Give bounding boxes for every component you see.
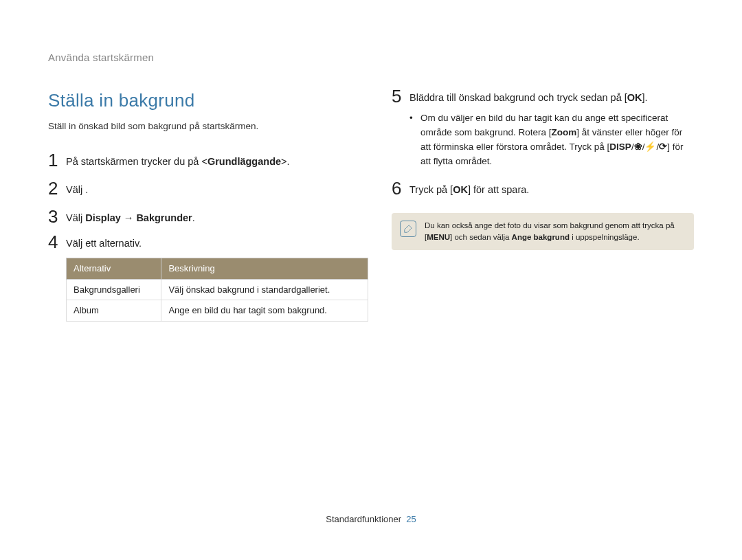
flash-icon: ⚡ xyxy=(644,142,656,152)
menu-icon: MENU xyxy=(427,233,450,241)
note-box: Du kan också ange det foto du visar som … xyxy=(392,213,694,249)
page-footer: Standardfunktioner 25 xyxy=(0,514,742,524)
step-text: . xyxy=(192,212,195,223)
disp-icon: DISP xyxy=(609,142,631,152)
step-text: Tryck på [ xyxy=(409,184,453,195)
step-6: 6 Tryck på [OK] för att spara. xyxy=(392,179,694,198)
footer-label: Standardfunktioner xyxy=(326,514,401,524)
step-number: 3 xyxy=(48,208,66,225)
label-grundlaggande: Grundläggande xyxy=(207,156,281,167)
timer-icon: ⟳ xyxy=(659,142,667,152)
step-text: På startskärmen trycker du på < xyxy=(66,156,207,167)
step-number: 1 xyxy=(48,151,66,169)
cell-option: Bakgrundsgalleri xyxy=(67,279,161,300)
page-number: 25 xyxy=(406,514,416,524)
step-text: Bläddra till önskad bakgrund och tryck s… xyxy=(409,92,627,103)
label-display: Display xyxy=(85,212,121,223)
table-row: Album Ange en bild du har tagit som bakg… xyxy=(67,300,368,322)
th-alternativ: Alternativ xyxy=(67,258,161,280)
label-ange-bakgrund: Ange bakgrund xyxy=(512,233,570,241)
step-text: ] för att spara. xyxy=(468,184,529,195)
step-3: 3 Välj Display → Bakgrunder. xyxy=(48,208,350,226)
cell-desc: Ange en bild du har tagit som bakgrund. xyxy=(161,300,368,322)
note-text: ] och sedan välja xyxy=(450,233,512,241)
arrow-icon: → xyxy=(121,212,137,223)
bullet-item: Om du väljer en bild du har tagit kan du… xyxy=(409,111,694,169)
section-heading: Ställa in bakgrund xyxy=(48,87,350,114)
step-number: 4 xyxy=(48,233,66,251)
cell-option: Album xyxy=(67,300,161,322)
options-table: Alternativ Beskrivning Bakgrundsgalleri … xyxy=(66,258,368,322)
table-row: Bakgrundsgalleri Välj önskad bakgrund i … xyxy=(67,279,368,300)
section-subtitle: Ställ in önskad bild som bakgrund på sta… xyxy=(48,120,350,133)
step-number: 2 xyxy=(48,179,66,197)
step-text: Välj xyxy=(66,212,85,223)
ok-icon: OK xyxy=(453,184,468,195)
step-2: 2 Välj . xyxy=(48,179,350,198)
step-text: . xyxy=(85,184,88,195)
step-number: 5 xyxy=(392,87,409,105)
note-icon xyxy=(400,221,416,237)
step-1: 1 På startskärmen trycker du på <Grundlä… xyxy=(48,151,350,170)
note-text: i uppspelningsläge. xyxy=(570,233,640,241)
step-4: 4 Välj ett alternativ. xyxy=(48,233,350,251)
macro-icon: ❀ xyxy=(634,142,642,152)
cell-desc: Välj önskad bakgrund i standardgalleriet… xyxy=(161,279,368,300)
th-beskrivning: Beskrivning xyxy=(161,258,368,280)
step-text: >. xyxy=(281,156,290,167)
bullet-list: Om du väljer en bild du har tagit kan du… xyxy=(409,111,694,169)
step-text: Välj xyxy=(66,184,85,195)
ok-icon: OK xyxy=(627,92,642,103)
step-text: ]. xyxy=(642,92,648,103)
zoom-label: Zoom xyxy=(552,127,577,137)
step-number: 6 xyxy=(392,179,409,197)
label-bakgrunder: Bakgrunder xyxy=(136,212,192,223)
step-5: 5 Bläddra till önskad bakgrund och tryck… xyxy=(392,87,694,106)
step-text: Välj ett alternativ. xyxy=(66,238,142,249)
breadcrumb: Använda startskärmen xyxy=(48,52,694,63)
